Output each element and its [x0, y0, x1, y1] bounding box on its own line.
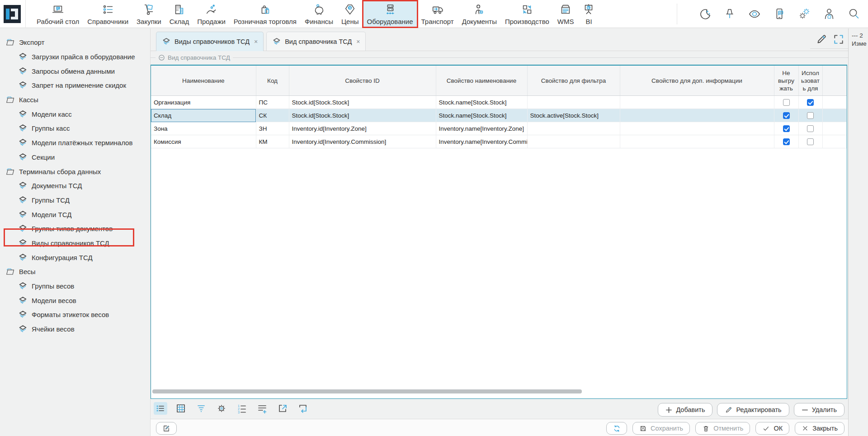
tree-label: Группы ТСД	[32, 196, 70, 204]
sidebar-item-scale-groups[interactable]: Группы весов	[0, 279, 150, 294]
pin-icon[interactable]	[723, 7, 736, 21]
sidebar-item-scale-label-formats[interactable]: Форматы этикеток весов	[0, 308, 150, 322]
numbered-list-icon[interactable]: 123	[235, 402, 249, 415]
dark-mode-moon-icon[interactable]	[698, 7, 712, 21]
footer-actions: Сохранить Отменить ОК Закрыть	[606, 422, 844, 435]
filter-icon[interactable]	[194, 402, 208, 415]
pencil-icon[interactable]	[816, 33, 827, 45]
tree-label: Группы весов	[32, 282, 74, 290]
nav-label: WMS	[557, 18, 574, 25]
column-header-use-for[interactable]: Использовать для	[798, 66, 822, 96]
table-row[interactable]: Комиссия КМ Inventory.id[Inventory.Commi…	[151, 135, 847, 148]
nav-item-desktop[interactable]: Рабочий стол	[33, 1, 83, 27]
svg-text:1: 1	[238, 404, 240, 408]
sidebar-item-cash-groups[interactable]: Группы касс	[0, 121, 150, 136]
column-header-code[interactable]: Код	[256, 66, 289, 96]
tree-label: Экспорт	[19, 38, 44, 46]
open-external-icon[interactable]	[276, 402, 289, 415]
checkbox-use-for[interactable]	[807, 125, 814, 132]
table-row[interactable]: Зона ЗН Inventory.id[Inventory.Zone] Inv…	[151, 122, 847, 135]
cancel-button[interactable]: Отменить	[695, 422, 750, 435]
open-in-editor-button[interactable]	[156, 422, 177, 435]
checkbox-use-for[interactable]	[807, 99, 814, 106]
svg-text:3: 3	[238, 411, 240, 414]
nav-item-purchases[interactable]: Закупки	[132, 1, 165, 27]
sidebar-item-tsd-documents[interactable]: Документы ТСД	[0, 179, 150, 193]
trash-icon	[702, 425, 710, 432]
list-view-icon[interactable]	[154, 402, 167, 415]
reload-form-icon[interactable]	[296, 402, 310, 415]
sidebar-item-exchange-requests[interactable]: Запросы обмена данными	[0, 64, 150, 78]
table-row[interactable]: Склад СК Stock.id[Stock.Stock] Stock.nam…	[151, 109, 847, 122]
sidebar-item-tsd-groups[interactable]: Группы ТСД	[0, 193, 150, 208]
tab-close-icon[interactable]: ×	[356, 38, 360, 45]
column-header-no-export[interactable]: Не выгружать	[774, 66, 798, 96]
nav-item-bi[interactable]: BI	[578, 1, 599, 27]
sidebar-item-cash-models[interactable]: Модели касс	[0, 107, 150, 121]
quick-icons	[698, 0, 861, 28]
column-header-prop-id[interactable]: Свойство ID	[289, 66, 436, 96]
grid-view-icon[interactable]	[174, 402, 188, 415]
nav-item-warehouse[interactable]: Склад	[165, 1, 193, 27]
tree-label: Запросы обмена данными	[32, 67, 115, 75]
checkbox-no-export[interactable]	[783, 125, 790, 132]
column-header-prop-filter[interactable]: Свойство для фильтра	[527, 66, 620, 96]
list-add-icon[interactable]	[255, 402, 269, 415]
checkbox-use-for[interactable]	[807, 112, 814, 119]
stack-icon	[18, 81, 28, 90]
search-icon[interactable]	[847, 7, 861, 21]
column-header-prop-name[interactable]: Свойство наименование	[436, 66, 527, 96]
sidebar-item-tsd-config[interactable]: Конфигурация ТСД	[0, 250, 150, 265]
sidebar-item-sections[interactable]: Секции	[0, 150, 150, 165]
sidebar-item-data-terminals[interactable]: Терминалы сбора данных	[0, 164, 150, 179]
nav-item-retail[interactable]: Розничная торговля	[230, 1, 301, 27]
column-header-name[interactable]: Наименование	[151, 66, 256, 96]
sidebar-item-scale-models[interactable]: Модели весов	[0, 293, 150, 308]
fullscreen-icon[interactable]	[833, 33, 844, 45]
collapse-icon[interactable]	[158, 54, 165, 61]
nav-item-prices[interactable]: $ Цены	[337, 1, 363, 27]
checkbox-no-export[interactable]	[783, 138, 790, 145]
table-row[interactable]: Организация ПС Stock.id[Stock.Stock] Sto…	[151, 96, 847, 109]
sidebar-item-discount-ban[interactable]: Запрет на применение скидок	[0, 78, 150, 93]
refresh-button[interactable]	[606, 422, 627, 435]
add-button[interactable]: Добавить	[658, 403, 712, 417]
sidebar-item-payment-terminal-models[interactable]: Модели платёжных терминалов	[0, 136, 150, 150]
nav-label: BI	[585, 18, 592, 25]
checkbox-use-for[interactable]	[807, 138, 814, 145]
nav-item-production[interactable]: Производство	[501, 1, 553, 27]
nav-item-transport[interactable]: Транспорт	[417, 1, 458, 27]
save-button[interactable]: Сохранить	[632, 422, 690, 435]
row-actions: Добавить Редактировать Удалить	[658, 403, 844, 417]
sidebar-item-price-uploads[interactable]: Загрузки прайса в оборудование	[0, 50, 150, 64]
eye-icon[interactable]	[748, 7, 761, 21]
gear-icon[interactable]	[215, 402, 228, 415]
nav-item-sales[interactable]: Продажи	[193, 1, 230, 27]
nav-item-finance[interactable]: Финансы	[301, 1, 337, 27]
delete-button[interactable]: Удалить	[794, 403, 844, 417]
tab-tsd-catalog-kind[interactable]: Вид справочника ТСД ×	[266, 32, 366, 51]
ok-button[interactable]: ОК	[755, 422, 789, 435]
horizontal-scrollbar[interactable]	[152, 389, 582, 393]
feedback-chat-icon[interactable]	[773, 7, 786, 21]
purchases-icon	[142, 3, 156, 16]
nav-item-equipment[interactable]: Оборудование	[363, 1, 417, 27]
sidebar-item-scale-cells[interactable]: Ячейки весов	[0, 322, 150, 336]
edit-button[interactable]: Редактировать	[717, 403, 789, 417]
sidebar-item-export[interactable]: Экспорт	[0, 35, 150, 50]
nav-item-wms[interactable]: WMS	[553, 1, 578, 27]
checkbox-no-export[interactable]	[783, 99, 790, 106]
tab-close-icon[interactable]: ×	[254, 38, 258, 45]
sidebar-item-tsd-models[interactable]: Модели ТСД	[0, 207, 150, 222]
close-button[interactable]: Закрыть	[795, 422, 844, 435]
tab-tsd-catalog-kinds[interactable]: Виды справочников ТСД ×	[156, 32, 264, 51]
column-header-prop-info[interactable]: Свойство для доп. информации	[620, 66, 774, 96]
settings-gears-icon[interactable]	[797, 7, 811, 21]
nav-item-documents[interactable]: Документы	[458, 1, 501, 27]
checkbox-no-export[interactable]	[783, 112, 790, 119]
sidebar-item-cash-registers[interactable]: Кассы	[0, 93, 150, 107]
sidebar-item-scales[interactable]: Весы	[0, 265, 150, 279]
nav-item-directories[interactable]: Справочники	[83, 1, 132, 27]
tree-label: Конфигурация ТСД	[32, 254, 93, 261]
user-lock-icon[interactable]	[822, 7, 836, 21]
